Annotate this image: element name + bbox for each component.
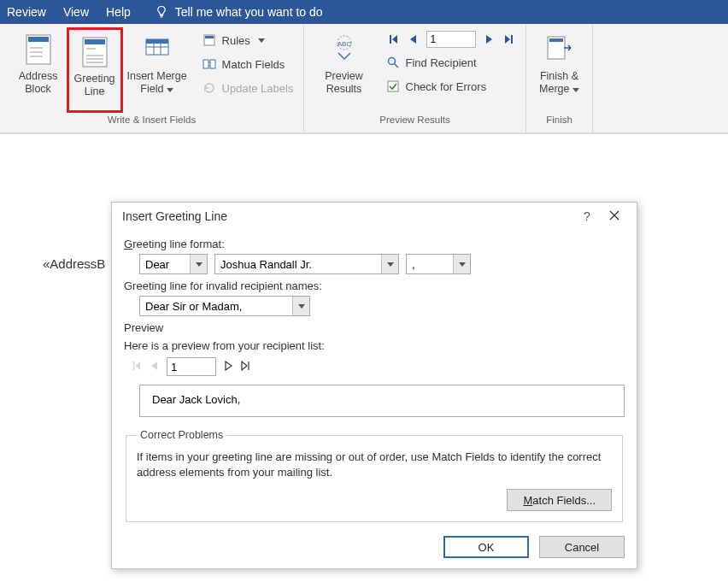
ribbon-group-write-insert: Address Block Greeting Line Insert Merge… [0, 24, 304, 132]
svg-point-24 [388, 58, 395, 65]
insert-merge-field-label: Insert Merge Field [126, 70, 186, 96]
invalid-label: Greeting line for invalid recipient name… [124, 279, 625, 292]
menu-view[interactable]: View [63, 5, 89, 19]
name-format-combo[interactable]: Joshua Randall Jr. [214, 254, 399, 274]
svg-rect-1 [28, 37, 49, 42]
salutation-combo[interactable]: Dear [139, 254, 208, 274]
svg-line-25 [394, 64, 398, 68]
menu-review[interactable]: Review [7, 5, 46, 19]
insert-greeting-line-dialog: Insert Greeting Line ? Greeting line for… [111, 202, 637, 569]
preview-index-input[interactable] [167, 357, 216, 376]
address-block-label: Address Block [19, 70, 58, 96]
svg-rect-12 [146, 39, 168, 44]
record-number-input[interactable] [426, 31, 476, 48]
svg-text:ABC: ABC [337, 40, 351, 48]
insert-merge-field-button[interactable]: Insert Merge Field [123, 27, 191, 113]
rules-icon [202, 32, 217, 48]
lightbulb-icon [155, 5, 168, 19]
find-recipient-button[interactable]: Find Recipient [385, 53, 517, 72]
document-icon [24, 32, 53, 67]
preview-label: Preview [124, 321, 625, 334]
last-record-button[interactable] [502, 32, 517, 47]
first-record-button[interactable] [385, 32, 401, 47]
correct-legend: Correct Problems [137, 429, 226, 441]
app-menubar: Review View Help Tell me what you want t… [0, 0, 728, 24]
chevron-down-icon[interactable] [453, 255, 470, 273]
preview-last-button[interactable] [240, 360, 252, 374]
dialog-titlebar: Insert Greeting Line ? [112, 203, 637, 229]
table-fields-icon [143, 32, 172, 67]
preview-first-button [131, 360, 143, 374]
chevron-down-icon[interactable] [292, 297, 309, 315]
next-record-button[interactable] [481, 32, 496, 47]
close-icon [609, 210, 619, 220]
rules-label: Rules [222, 34, 250, 47]
cancel-button[interactable]: Cancel [539, 536, 625, 558]
invalid-greeting-value: Dear Sir or Madam, [140, 297, 292, 315]
preview-text: Dear Jack Lovich, [152, 393, 240, 406]
update-labels-label: Update Labels [222, 82, 294, 95]
punctuation-value: , [407, 255, 453, 273]
svg-rect-26 [388, 81, 398, 91]
document-greeting-icon [80, 35, 109, 69]
preview-results-button[interactable]: ABC Preview Results [314, 27, 375, 113]
svg-rect-18 [203, 60, 208, 68]
menu-help[interactable]: Help [106, 5, 131, 19]
match-fields-dialog-button[interactable]: Match Fields... [507, 489, 612, 511]
match-fields-icon [202, 56, 217, 72]
svg-rect-17 [205, 36, 214, 38]
tell-me-search[interactable]: Tell me what you want to do [155, 5, 323, 19]
finish-merge-label: Finish & Merge [539, 70, 579, 96]
name-format-value: Joshua Randall Jr. [215, 255, 381, 273]
record-nav [385, 31, 517, 48]
check-errors-label: Check for Errors [406, 80, 487, 93]
preview-box: Dear Jack Lovich, [139, 385, 625, 417]
correct-problems-fieldset: Correct Problems If items in your greeti… [126, 429, 623, 522]
preview-nav [131, 357, 625, 376]
merge-field-placeholder: «AddressB [43, 256, 105, 271]
preview-results-label: Preview Results [325, 70, 362, 96]
dialog-title: Insert Greeting Line [122, 209, 227, 223]
ribbon-group-preview: ABC Preview Results Find Recipient C [304, 24, 526, 132]
address-block-button[interactable]: Address Block [10, 27, 67, 113]
svg-rect-6 [85, 39, 105, 44]
finish-merge-icon [545, 32, 574, 67]
update-labels-icon [202, 80, 217, 96]
invalid-greeting-combo[interactable]: Dear Sir or Madam, [139, 296, 310, 316]
dialog-close-button[interactable] [601, 209, 628, 223]
preview-intro: Here is a preview from your recipient li… [124, 339, 625, 352]
ok-button[interactable]: OK [443, 536, 529, 558]
ribbon-group-finish: Finish & Merge Finish [526, 24, 593, 132]
preview-next-button[interactable] [223, 361, 233, 373]
format-label: Greeting line format: [124, 238, 625, 250]
punctuation-combo[interactable]: , [406, 254, 471, 274]
update-labels-button: Update Labels [202, 79, 294, 97]
preview-icon: ABC [330, 32, 359, 67]
search-icon [385, 55, 401, 70]
check-errors-icon [385, 79, 401, 94]
svg-rect-19 [210, 60, 215, 68]
salutation-value: Dear [140, 255, 190, 273]
greeting-line-label: Greeting Line [74, 73, 115, 98]
svg-rect-28 [549, 38, 563, 42]
correct-text: If items in your greeting line are missi… [137, 450, 612, 480]
ribbon: Address Block Greeting Line Insert Merge… [0, 24, 728, 133]
match-fields-label: Match Fields [222, 58, 285, 71]
chevron-down-icon[interactable] [381, 255, 398, 273]
find-recipient-label: Find Recipient [406, 56, 477, 69]
finish-merge-button[interactable]: Finish & Merge [531, 27, 588, 113]
group-label-finish: Finish [531, 115, 587, 125]
preview-prev-button [150, 361, 160, 373]
greeting-line-button[interactable]: Greeting Line [67, 27, 123, 113]
tell-me-label: Tell me what you want to do [175, 5, 323, 19]
group-label-preview: Preview Results [309, 115, 520, 125]
dialog-help-button[interactable]: ? [573, 209, 601, 223]
match-fields-button[interactable]: Match Fields [202, 55, 294, 74]
chevron-down-icon[interactable] [190, 255, 207, 273]
rules-button[interactable]: Rules [202, 31, 294, 50]
check-errors-button[interactable]: Check for Errors [385, 77, 517, 96]
prev-record-button[interactable] [406, 32, 421, 47]
group-label-write-insert: Write & Insert Fields [5, 115, 298, 125]
chevron-down-icon [258, 38, 265, 43]
